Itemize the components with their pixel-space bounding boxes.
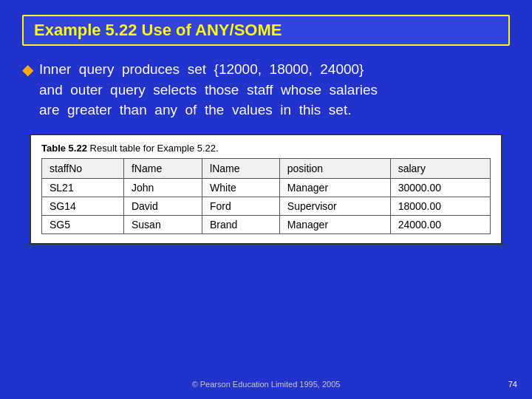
table-row: SG5SusanBrandManager24000.00 (42, 215, 491, 233)
table-cell: Supervisor (279, 197, 390, 215)
page-number: 74 (508, 380, 517, 389)
table-row: SL21JohnWhiteManager30000.00 (42, 178, 491, 197)
table-cell: 30000.00 (390, 178, 490, 197)
footer: © Pearson Education Limited 1995, 2005 (0, 380, 532, 389)
col-salary: salary (390, 158, 490, 178)
col-lname: lName (202, 158, 280, 178)
table-cell: Brand (202, 215, 280, 233)
copyright-text: © Pearson Education Limited 1995, 2005 (192, 380, 341, 389)
bullet-icon: ◆ (22, 61, 33, 78)
table-cell: White (202, 178, 280, 197)
table-cell: David (123, 197, 202, 215)
table-row: SG14DavidFordSupervisor18000.00 (42, 197, 491, 215)
table-cell: Manager (279, 215, 390, 233)
slide: Example 5.22 Use of ANY/SOME ◆ Inner que… (0, 0, 532, 399)
col-fname: fName (123, 158, 202, 178)
table-caption-text: Result table for Example 5.22. (90, 143, 219, 154)
table-label: Table 5.22 (41, 143, 87, 154)
table-cell: SG5 (42, 215, 124, 233)
slide-title: Example 5.22 Use of ANY/SOME (34, 21, 282, 39)
bullet-section: ◆ Inner query produces set {12000, 18000… (22, 59, 510, 120)
table-cell: Susan (123, 215, 202, 233)
col-position: position (279, 158, 390, 178)
table-cell: Ford (202, 197, 280, 215)
result-table: staffNo fName lName position salary SL21… (41, 158, 491, 234)
table-cell: John (123, 178, 202, 197)
table-caption: Table 5.22 Result table for Example 5.22… (41, 143, 491, 154)
table-cell: 18000.00 (390, 197, 490, 215)
table-header-row: staffNo fName lName position salary (42, 158, 491, 178)
bullet-text: Inner query produces set {12000, 18000, … (39, 59, 378, 120)
table-cell: SL21 (42, 178, 124, 197)
table-cell: 24000.00 (390, 215, 490, 233)
col-staffno: staffNo (42, 158, 124, 178)
table-cell: SG14 (42, 197, 124, 215)
table-container: Table 5.22 Result table for Example 5.22… (30, 134, 502, 245)
title-bar: Example 5.22 Use of ANY/SOME (22, 15, 510, 46)
table-cell: Manager (279, 178, 390, 197)
